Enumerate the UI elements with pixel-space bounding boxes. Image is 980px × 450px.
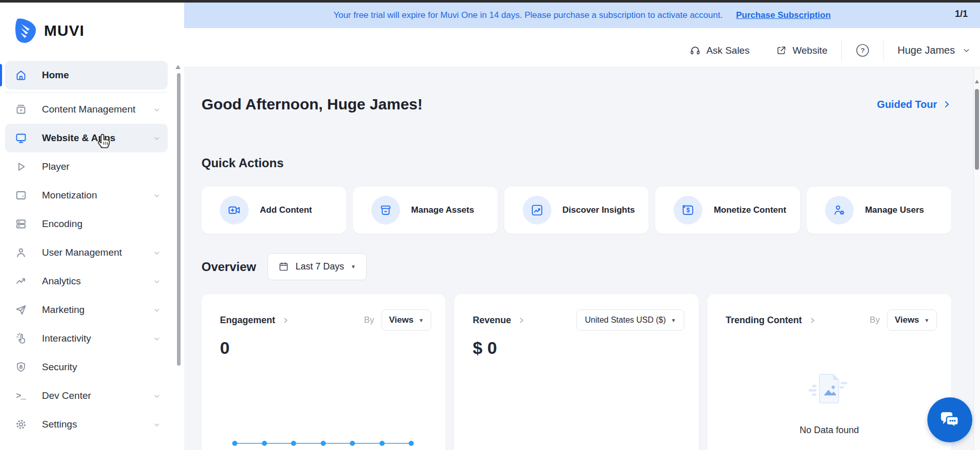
user-management-icon <box>14 246 27 259</box>
encoding-icon <box>14 218 27 231</box>
by-label: By <box>870 315 880 325</box>
header-divider <box>841 40 842 61</box>
add-content-button[interactable]: Add Content <box>202 187 346 234</box>
chevron-right-icon <box>282 317 289 324</box>
page-title: Good Afternoon, Huge James! <box>202 96 422 113</box>
currency-value: United States USD ($) <box>585 316 665 325</box>
sidebar-nav: Home Content Management <box>0 61 184 439</box>
scrollbar-up-arrow[interactable] <box>975 80 979 83</box>
engagement-card: Engagement By Views ▼ 0 <box>202 294 446 450</box>
discover-insights-button[interactable]: Discover Insights <box>504 187 649 234</box>
manage-users-button[interactable]: Manage Users <box>807 187 951 234</box>
chevron-down-icon <box>153 392 161 400</box>
sidebar-item-analytics[interactable]: Analytics <box>5 267 168 296</box>
currency-dropdown[interactable]: United States USD ($) ▼ <box>576 309 684 331</box>
dropdown-caret-icon: ▼ <box>351 264 356 269</box>
sidebar-item-marketing[interactable]: Marketing <box>5 296 168 324</box>
sidebar-item-label: Interactivity <box>42 333 91 344</box>
sidebar-item-settings[interactable]: Settings <box>5 410 168 439</box>
marketing-icon <box>14 304 27 317</box>
chevron-right-icon <box>809 317 816 324</box>
no-data-illustration <box>806 366 852 412</box>
sidebar-item-player[interactable]: Player <box>5 152 168 181</box>
chart-point <box>380 441 385 446</box>
engagement-chart <box>232 441 414 446</box>
home-icon <box>14 69 27 82</box>
manage-assets-icon <box>371 196 400 224</box>
security-icon <box>14 361 27 374</box>
date-range-dropdown[interactable]: Last 7 Days ▼ <box>268 253 367 280</box>
engagement-card-link[interactable]: Engagement <box>220 315 289 326</box>
ask-sales-label: Ask Sales <box>706 45 749 56</box>
engagement-filter-dropdown[interactable]: Views ▼ <box>382 309 432 331</box>
add-content-icon <box>220 196 249 224</box>
monetize-content-button[interactable]: $ Monetize Content <box>655 187 800 234</box>
website-button[interactable]: Website <box>776 45 827 56</box>
website-apps-icon <box>14 132 27 145</box>
user-menu[interactable]: Huge James <box>898 44 971 56</box>
trending-card-link[interactable]: Trending Content <box>726 315 816 326</box>
settings-icon <box>14 418 27 431</box>
discover-insights-icon <box>523 196 551 224</box>
trending-filter-dropdown[interactable]: Views ▼ <box>887 309 937 331</box>
overview-title: Overview <box>202 260 256 274</box>
chevron-down-icon <box>153 335 161 343</box>
engagement-value: 0 <box>220 338 431 358</box>
purchase-subscription-link[interactable]: Purchase Subscription <box>736 10 831 20</box>
sidebar-item-content-management[interactable]: Content Management <box>5 95 168 124</box>
sidebar-item-user-management[interactable]: User Management <box>5 238 168 267</box>
chevron-down-icon <box>962 46 971 55</box>
dropdown-caret-icon: ▼ <box>671 318 676 323</box>
chart-point <box>409 441 414 446</box>
guided-tour-link[interactable]: Guided Tour <box>877 99 951 110</box>
no-data-text: No Data found <box>799 425 859 436</box>
engagement-title: Engagement <box>220 315 275 326</box>
chat-bubbles-icon <box>938 408 962 432</box>
sidebar-item-dev-center[interactable]: >_ Dev Center <box>5 381 168 410</box>
chevron-down-icon <box>153 278 161 285</box>
manage-users-icon <box>825 196 854 224</box>
sidebar-item-interactivity[interactable]: Interactivity <box>5 324 168 353</box>
browser-top-strip <box>0 0 980 3</box>
sidebar-item-website-apps[interactable]: Website & Apps <box>5 124 168 152</box>
overview-cards: Engagement By Views ▼ 0 <box>202 294 951 450</box>
chevron-down-icon <box>153 306 161 314</box>
player-icon <box>14 161 27 173</box>
sidebar-item-encoding[interactable]: Encoding <box>5 210 168 238</box>
revenue-title: Revenue <box>473 315 511 326</box>
scrollbar-thumb[interactable] <box>975 89 979 170</box>
chat-widget-button[interactable] <box>927 397 972 442</box>
chevron-down-icon <box>153 192 161 199</box>
chart-point <box>232 441 237 446</box>
monetization-icon <box>14 189 27 202</box>
sidebar-item-monetization[interactable]: Monetization <box>5 181 168 210</box>
chevron-right-icon <box>942 100 951 109</box>
by-label: By <box>364 315 374 325</box>
top-header: Ask Sales Website ? Huge James <box>184 28 980 66</box>
dropdown-caret-icon: ▼ <box>924 318 929 323</box>
user-name: Huge James <box>898 44 955 56</box>
external-link-icon <box>776 45 787 56</box>
sidebar-divider <box>5 92 168 93</box>
sidebar-scrollbar-thumb[interactable] <box>177 73 181 366</box>
sidebar-item-home[interactable]: Home <box>5 61 168 89</box>
brand-logo[interactable]: MUVI <box>14 17 84 44</box>
sidebar-item-label: Monetization <box>42 190 97 201</box>
sidebar-item-label: Security <box>42 362 77 373</box>
main-content: Good Afternoon, Huge James! Guided Tour … <box>184 66 980 450</box>
svg-text:$: $ <box>687 207 691 214</box>
headset-icon <box>689 45 701 56</box>
date-range-value: Last 7 Days <box>296 261 344 272</box>
interactivity-icon <box>14 332 27 345</box>
page-scrollbar[interactable] <box>973 70 980 450</box>
manage-assets-button[interactable]: Manage Assets <box>353 187 498 234</box>
help-button[interactable]: ? <box>856 43 870 57</box>
sidebar-item-security[interactable]: Security <box>5 353 168 381</box>
quick-actions-row: Add Content Manage Assets Discover I <box>202 187 951 234</box>
ask-sales-button[interactable]: Ask Sales <box>689 45 749 56</box>
sidebar-item-label: Website & Apps <box>42 132 116 144</box>
quick-actions-title: Quick Actions <box>202 156 951 170</box>
sidebar-scrollbar-up-arrow[interactable] <box>175 65 181 69</box>
revenue-card-link[interactable]: Revenue <box>473 315 525 326</box>
trending-title: Trending Content <box>726 315 802 326</box>
